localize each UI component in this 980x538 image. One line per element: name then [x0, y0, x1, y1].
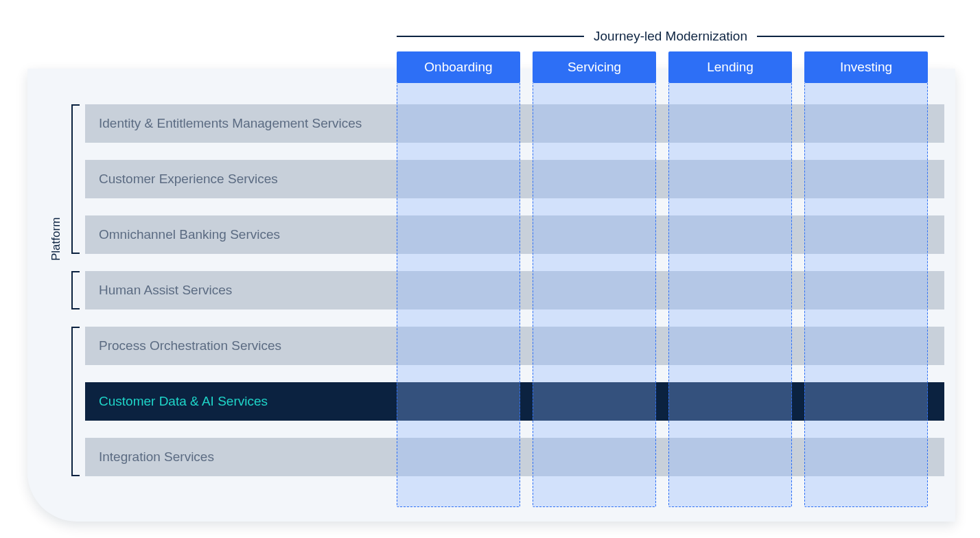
service-row-integration: Integration Services [85, 438, 944, 476]
platform-bracket-bottom [71, 327, 73, 476]
platform-bracket-top [71, 104, 73, 254]
header-rule: Journey-led Modernization [397, 29, 944, 44]
platform-axis-label: Platform [49, 218, 63, 261]
service-row-customer-data-ai: Customer Data & AI Services [85, 382, 944, 421]
journey-card-lending: Lending [668, 51, 792, 83]
header-rule-line-right [757, 36, 944, 37]
service-row-cx: Customer Experience Services [85, 160, 944, 198]
service-label: Integration Services [99, 449, 214, 465]
service-label: Omnichannel Banking Services [99, 227, 280, 242]
service-row-human-assist: Human Assist Services [85, 271, 944, 309]
header-rule-line-left [397, 36, 584, 37]
service-label: Human Assist Services [99, 283, 232, 298]
service-row-omnichannel: Omnichannel Banking Services [85, 215, 944, 254]
platform-bracket-mid [71, 271, 73, 309]
service-row-process-orch: Process Orchestration Services [85, 327, 944, 365]
service-label: Customer Experience Services [99, 172, 278, 187]
service-label: Identity & Entitlements Management Servi… [99, 116, 362, 131]
service-label: Process Orchestration Services [99, 338, 281, 353]
journey-card-servicing: Servicing [533, 51, 656, 83]
header-title: Journey-led Modernization [594, 29, 747, 44]
service-row-identity: Identity & Entitlements Management Servi… [85, 104, 944, 143]
service-label: Customer Data & AI Services [99, 394, 268, 409]
journey-card-onboarding: Onboarding [397, 51, 520, 83]
journey-card-investing: Investing [804, 51, 928, 83]
services-list: Identity & Entitlements Management Servi… [85, 104, 944, 493]
